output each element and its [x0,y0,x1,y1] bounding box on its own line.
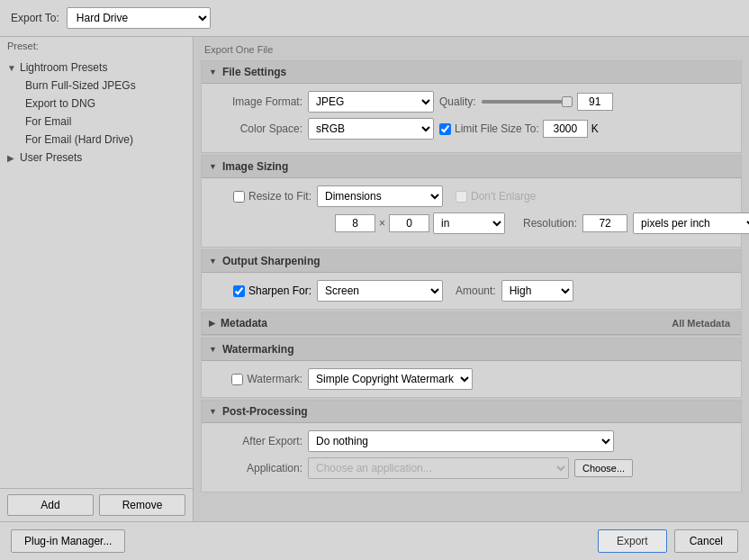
limit-file-size-label: Limit File Size To: [455,122,539,135]
section-file-settings: ▼ File Settings Image Format: JPEGPNGTIF… [201,60,742,153]
watermark-checkbox[interactable] [231,374,243,385]
watermarking-title: Watermarking [222,343,294,356]
application-row: Application: Choose an application... Ch… [212,457,730,479]
sidebar-item-for-email[interactable]: For Email [0,113,193,131]
section-watermarking: ▼ Watermarking Watermark: Simple Copyrig… [201,338,742,398]
image-format-select[interactable]: JPEGPNGTIFFPSDDNG [308,91,434,113]
resolution-input[interactable] [582,214,627,232]
file-settings-triangle-icon: ▼ [209,68,217,77]
color-space-row: Color Space: sRGBAdobeRGBProPhoto RGB Li… [212,118,730,140]
post-processing-title: Post-Processing [222,405,308,418]
dont-enlarge-label: Don't Enlarge [471,190,536,203]
sharpen-for-row: Sharpen For: ScreenMatte PaperGlossy Pap… [212,280,730,302]
amount-select[interactable]: LowStandardHigh [501,280,573,302]
width-input[interactable] [335,214,375,232]
user-presets-label: User Presets [20,151,82,164]
user-presets-triangle-icon [7,153,16,163]
sharpen-for-checkbox[interactable] [233,285,245,297]
output-sharpening-title: Output Sharpening [222,255,320,267]
section-image-sizing: ▼ Image Sizing Resize to Fit: Dimensions… [201,155,742,248]
remove-button[interactable]: Remove [99,494,185,516]
plugin-manager-button[interactable]: Plug-in Manager... [11,529,125,553]
quality-input[interactable] [577,93,613,111]
watermarking-triangle-icon: ▼ [209,345,217,354]
height-input[interactable] [389,214,429,232]
for-email-label: For Email [25,115,71,128]
post-processing-body: After Export: Do nothingShow in FinderOp… [202,423,741,492]
quality-label: Quality: [439,95,476,108]
image-sizing-header[interactable]: ▼ Image Sizing [202,156,741,178]
image-sizing-triangle-icon: ▼ [209,162,217,171]
application-select[interactable]: Choose an application... [308,457,569,479]
sidebar-buttons: Add Remove [0,488,193,521]
file-settings-header[interactable]: ▼ File Settings [202,61,741,84]
sharpen-for-select[interactable]: ScreenMatte PaperGlossy Paper [317,280,443,302]
for-email-hard-drive-label: For Email (Hard Drive) [25,133,133,146]
all-metadata-label: All Metadata [672,318,734,329]
color-space-select[interactable]: sRGBAdobeRGBProPhoto RGB [308,118,434,140]
output-sharpening-header[interactable]: ▼ Output Sharpening [202,250,741,273]
resolution-row: Resolution: pixels per inchpixels per cm [523,212,749,234]
after-export-label: After Export: [212,435,302,447]
resize-to-fit-checkbox[interactable] [233,191,245,203]
resize-to-fit-label: Resize to Fit: [248,190,311,203]
watermark-checkbox-label: Watermark: [212,373,302,385]
dont-enlarge-row: Don't Enlarge [456,190,536,203]
file-settings-title: File Settings [222,66,286,78]
watermark-select[interactable]: Simple Copyright Watermark [308,368,473,390]
image-sizing-title: Image Sizing [222,160,288,173]
watermark-label: Watermark: [247,373,302,385]
after-export-row: After Export: Do nothingShow in FinderOp… [212,430,730,452]
bottom-bar: Plug-in Manager... Export Cancel [0,521,749,560]
quality-slider-track[interactable] [482,100,572,104]
metadata-triangle-icon: ▶ [209,319,215,328]
export-button[interactable]: Export [598,529,667,553]
resize-to-fit-row: Resize to Fit: DimensionsWidth & HeightL… [212,185,730,207]
choose-application-button[interactable]: Choose... [574,459,633,477]
limit-file-size-unit: K [591,122,599,135]
export-to-dng-label: Export to DNG [25,97,95,110]
dont-enlarge-checkbox[interactable] [456,191,467,203]
dimensions-select[interactable]: DimensionsWidth & HeightLong EdgeShort E… [317,185,443,207]
post-processing-triangle-icon: ▼ [209,407,217,416]
sidebar-item-export-to-dng[interactable]: Export to DNG [0,95,193,113]
quality-slider-thumb[interactable] [562,96,573,107]
sidebar: Preset: Lightroom Presets Burn Full-Size… [0,37,194,521]
file-settings-body: Image Format: JPEGPNGTIFFPSDDNG Quality: [202,84,741,152]
export-to-label: Export To: [11,12,59,24]
resolution-unit-select[interactable]: pixels per inchpixels per cm [633,212,749,234]
dimension-unit-select[interactable]: incmpx [433,212,505,234]
lightroom-presets-triangle-icon [7,63,16,73]
cancel-button[interactable]: Cancel [674,529,738,553]
quality-slider-fill [482,100,564,104]
limit-file-size-checkbox[interactable] [439,123,451,135]
limit-file-size-row: Limit File Size To: K [439,120,599,138]
export-one-file-label: Export One File [194,41,749,59]
image-format-row: Image Format: JPEGPNGTIFFPSDDNG Quality: [212,91,730,113]
main-area: Preset: Lightroom Presets Burn Full-Size… [0,37,749,521]
section-metadata: ▶ Metadata All Metadata [201,312,742,336]
watermarking-body: Watermark: Simple Copyright Watermark [202,361,741,397]
section-output-sharpening: ▼ Output Sharpening Sharpen For: ScreenM… [201,249,742,310]
sidebar-item-for-email-hard-drive[interactable]: For Email (Hard Drive) [0,131,193,149]
sidebar-group-user-presets[interactable]: User Presets [0,149,193,167]
dimension-separator: × [379,217,385,230]
watermarking-header[interactable]: ▼ Watermarking [202,339,741,361]
quality-row: Quality: [439,93,613,111]
application-label: Application: [212,462,302,474]
right-panel: Export One File ▼ File Settings Image Fo… [194,37,749,521]
add-button[interactable]: Add [7,494,94,516]
metadata-header[interactable]: ▶ Metadata All Metadata [202,312,741,335]
burn-full-sized-jpegs-label: Burn Full-Sized JPEGs [25,79,136,92]
export-to-select[interactable]: Hard Drive Email CD/DVD [67,7,211,29]
post-processing-header[interactable]: ▼ Post-Processing [202,401,741,423]
output-sharpening-triangle-icon: ▼ [209,257,217,266]
sidebar-item-burn-full-sized-jpegs[interactable]: Burn Full-Sized JPEGs [0,77,193,95]
sidebar-group-lightroom-presets[interactable]: Lightroom Presets [0,59,193,77]
output-sharpening-body: Sharpen For: ScreenMatte PaperGlossy Pap… [202,273,741,309]
amount-label: Amount: [456,285,496,297]
after-export-select[interactable]: Do nothingShow in FinderOpen in Lightroo… [308,430,614,452]
limit-file-size-input[interactable] [543,120,588,138]
sharpen-for-label: Sharpen For: [248,285,311,297]
lightroom-presets-label: Lightroom Presets [20,61,107,74]
